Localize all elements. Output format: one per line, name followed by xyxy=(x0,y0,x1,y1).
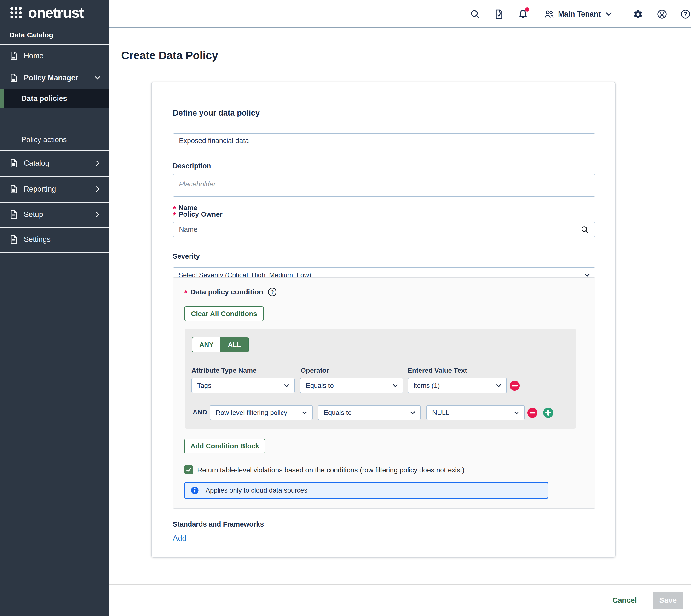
document-icon xyxy=(9,210,19,219)
sidebar-item-policy-actions[interactable]: Policy actions xyxy=(0,108,109,150)
sidebar-item-policy-manager[interactable]: Policy Manager xyxy=(0,67,109,89)
required-asterisk: * xyxy=(173,213,176,218)
users-icon xyxy=(544,9,554,19)
help-icon[interactable]: ? xyxy=(680,9,691,19)
chevron-right-icon xyxy=(94,159,102,167)
conjunction-label: AND xyxy=(193,409,207,416)
clear-all-conditions-button[interactable]: Clear All Conditions xyxy=(184,306,264,321)
description-label: Description xyxy=(173,162,211,170)
brand-logo[interactable]: onetrust xyxy=(10,5,84,20)
sidebar-item-data-policies[interactable]: Data policies xyxy=(0,89,109,108)
remove-condition-button[interactable] xyxy=(527,407,538,418)
chevron-down-icon xyxy=(605,10,613,18)
page-title: Create Data Policy xyxy=(121,49,218,62)
info-icon xyxy=(191,486,199,494)
sidebar-item-label: Settings xyxy=(24,235,50,244)
column-header-value: Entered Value Text xyxy=(407,367,467,374)
add-condition-block-button[interactable]: Add Condition Block xyxy=(184,439,265,454)
condition-block: ANY ALL Attribute Type Name Operator Ent… xyxy=(185,329,576,428)
operator-select[interactable]: Equals to xyxy=(300,378,403,393)
attribute-select[interactable]: Tags xyxy=(192,378,295,393)
severity-label: Severity xyxy=(173,252,200,260)
sidebar-item-home[interactable]: Home xyxy=(0,45,109,67)
chevron-down-icon xyxy=(94,74,102,82)
table-level-violations-checkbox[interactable] xyxy=(184,465,193,474)
sidebar-item-reporting[interactable]: Reporting xyxy=(0,176,109,202)
chevron-down-icon xyxy=(495,382,503,390)
brand-wordmark: onetrust xyxy=(28,5,84,20)
help-tooltip-icon[interactable]: ? xyxy=(268,288,276,296)
account-icon[interactable] xyxy=(657,9,667,19)
sidebar-item-setup[interactable]: Setup xyxy=(0,202,109,227)
condition-panel: * Data policy condition ? Clear All Cond… xyxy=(173,277,595,509)
sidebar-item-catalog[interactable]: Catalog xyxy=(0,150,109,176)
gear-icon[interactable] xyxy=(633,9,643,19)
document-icon xyxy=(9,73,19,83)
notifications-bell-icon[interactable] xyxy=(518,9,528,19)
top-header: Main Tenant ? xyxy=(109,0,691,28)
add-condition-button[interactable] xyxy=(543,407,554,418)
cancel-button[interactable]: Cancel xyxy=(611,596,638,605)
action-footer: Cancel Save xyxy=(109,584,691,616)
notification-dot xyxy=(525,7,529,12)
checkbox-label: Return table-level violations based on t… xyxy=(197,466,464,474)
save-button[interactable]: Save xyxy=(653,592,683,609)
sidebar-item-label: Setup xyxy=(24,210,43,219)
sidebar-item-label: Policy Manager xyxy=(24,73,78,82)
chevron-down-icon xyxy=(283,382,290,390)
standards-label: Standards and Frameworks xyxy=(173,520,264,528)
remove-condition-button[interactable] xyxy=(509,380,520,391)
check-icon xyxy=(185,466,193,474)
sidebar-item-label: Policy actions xyxy=(21,135,67,144)
tenant-name: Main Tenant xyxy=(558,10,601,19)
attribute-select[interactable]: Row level filtering policy xyxy=(210,405,313,420)
document-icon xyxy=(9,184,19,194)
sidebar-item-label: Catalog xyxy=(24,159,49,168)
condition-heading: * Data policy condition ? xyxy=(184,288,276,296)
document-icon xyxy=(9,235,19,244)
search-icon[interactable] xyxy=(470,9,481,19)
value-select[interactable]: Items (1) xyxy=(407,378,507,393)
sidebar-item-label: Reporting xyxy=(24,185,56,193)
sidebar-item-label: Data policies xyxy=(21,94,67,103)
chevron-down-icon xyxy=(409,409,417,417)
tenant-switcher[interactable]: Main Tenant xyxy=(544,9,613,19)
product-name: Data Catalog xyxy=(9,31,53,39)
document-icon xyxy=(9,158,19,168)
section-title: Define your data policy xyxy=(173,108,260,117)
sidebar-divider xyxy=(0,252,109,252)
toggle-any[interactable]: ANY xyxy=(193,337,220,352)
sidebar-item-label: Home xyxy=(24,51,44,60)
policy-owner-input[interactable] xyxy=(173,222,595,237)
sidebar-item-settings[interactable]: Settings xyxy=(0,227,109,252)
standards-add-link[interactable]: Add xyxy=(173,534,186,543)
required-asterisk: * xyxy=(184,291,187,295)
info-banner-text: Applies only to cloud data sources xyxy=(206,487,307,494)
policy-owner-label: * Policy Owner xyxy=(173,211,223,218)
name-input[interactable] xyxy=(173,133,595,148)
chevron-down-icon xyxy=(513,409,520,417)
document-check-icon[interactable] xyxy=(494,9,504,19)
document-icon xyxy=(9,51,19,61)
info-banner: Applies only to cloud data sources xyxy=(184,482,549,499)
chevron-right-icon xyxy=(94,185,102,193)
onetrust-dots-icon xyxy=(10,7,22,19)
create-policy-card: Define your data policy * Name Descripti… xyxy=(151,82,616,557)
chevron-right-icon xyxy=(94,211,102,218)
operator-select[interactable]: Equals to xyxy=(318,405,421,420)
sidebar: onetrust Data Catalog Home Policy Manage… xyxy=(0,0,109,616)
value-select[interactable]: NULL xyxy=(426,405,525,420)
column-header-operator: Operator xyxy=(301,367,329,374)
chevron-down-icon xyxy=(392,382,399,390)
column-header-attribute: Attribute Type Name xyxy=(192,367,257,374)
question-glyph: ? xyxy=(680,9,691,19)
any-all-toggle[interactable]: ANY ALL xyxy=(192,337,249,352)
chevron-down-icon xyxy=(301,409,308,417)
app-window: onetrust Data Catalog Home Policy Manage… xyxy=(0,0,691,616)
toggle-all[interactable]: ALL xyxy=(220,337,248,352)
description-input[interactable] xyxy=(173,174,595,197)
